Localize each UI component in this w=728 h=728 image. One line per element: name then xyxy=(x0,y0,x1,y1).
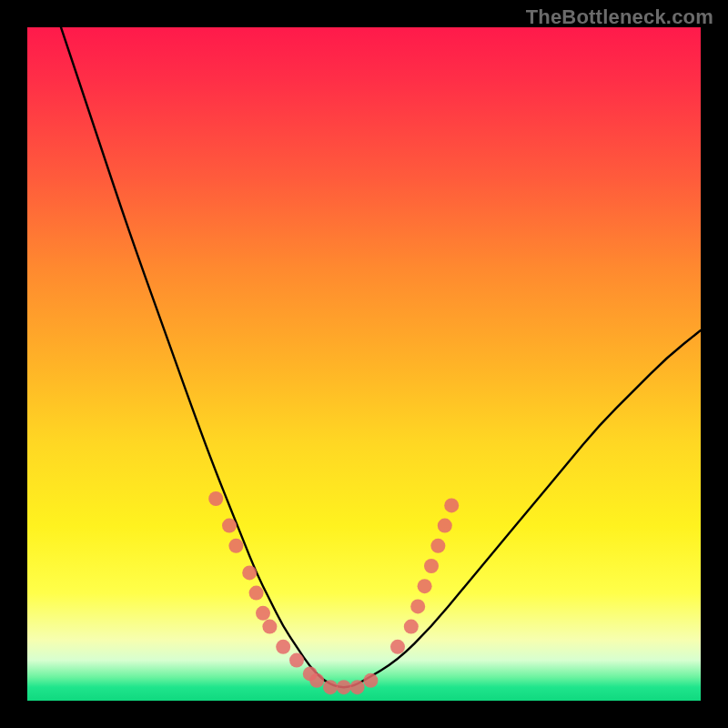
chart-frame: TheBottleneck.com xyxy=(0,0,728,728)
chart-svg xyxy=(27,27,701,701)
curve-dot xyxy=(309,673,324,688)
curve-dot xyxy=(208,491,223,506)
curve-dot xyxy=(276,640,290,654)
curve-dot xyxy=(418,579,432,593)
curve-dot xyxy=(444,498,459,512)
curve-dot xyxy=(228,539,243,553)
attribution-text: TheBottleneck.com xyxy=(526,5,713,29)
curve-dot xyxy=(390,640,405,654)
curve-dot xyxy=(363,673,378,688)
curve-dot xyxy=(438,519,452,533)
curve-dot xyxy=(350,680,365,694)
curve-dot xyxy=(424,559,439,573)
curve-dot xyxy=(222,519,237,533)
curve-dot xyxy=(289,653,304,668)
curve-dot xyxy=(262,620,277,634)
curve-dot xyxy=(242,565,257,580)
curve-dot xyxy=(410,599,425,613)
curve-dot xyxy=(337,680,351,694)
curve-dot xyxy=(404,620,419,634)
bottleneck-curve-line xyxy=(61,27,701,687)
curve-dot xyxy=(303,666,318,681)
curve-dot xyxy=(430,539,445,553)
plot-area xyxy=(27,27,701,701)
curve-dot xyxy=(256,606,270,621)
curve-dot xyxy=(323,680,338,694)
curve-dot xyxy=(249,586,264,601)
curve-marker-dots xyxy=(208,491,459,694)
